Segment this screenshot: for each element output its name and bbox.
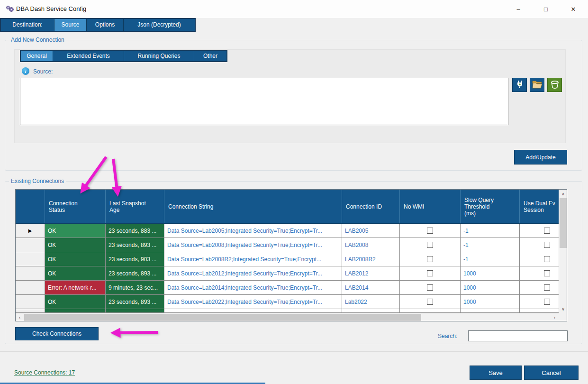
open-folder-button[interactable] [530, 78, 544, 92]
cell-connection-id[interactable]: LAB2008 [342, 238, 400, 252]
tab-extended-events[interactable]: Extended Events [53, 51, 124, 61]
row-selector[interactable]: ▶ [16, 224, 45, 238]
add-update-button[interactable]: Add/Update [514, 150, 567, 165]
use-dual-event-session-checkbox[interactable] [544, 256, 550, 262]
col-header-slow-query-threshold[interactable]: Slow Query Threshold (ms) [461, 190, 520, 223]
cancel-button[interactable]: Cancel [524, 366, 579, 380]
cell-last-snapshot-age[interactable]: 23 seconds, 893 ... [106, 238, 164, 252]
col-header-connection-id[interactable]: Connection ID [342, 190, 400, 223]
no-wmi-checkbox[interactable] [427, 270, 433, 276]
maximize-button[interactable]: □ [535, 0, 557, 18]
cell-no-wmi[interactable] [400, 281, 461, 295]
no-wmi-checkbox[interactable] [427, 256, 433, 262]
tab-source[interactable]: Source [54, 19, 87, 31]
cell-use-dual-event-session[interactable] [520, 238, 559, 252]
cell-last-snapshot-age[interactable]: 23 seconds, 893 ... [106, 266, 164, 281]
scroll-left-icon[interactable]: ‹ [16, 313, 24, 321]
cell-use-dual-event-session[interactable] [520, 266, 559, 281]
database-bucket-button[interactable] [547, 78, 562, 92]
check-connections-button[interactable]: Check Connections [15, 327, 99, 340]
cell-connection-string[interactable]: Data Source=Lab2008;Integrated Security=… [164, 238, 342, 252]
save-button[interactable]: Save [470, 366, 522, 380]
col-header-row-selector[interactable] [16, 190, 45, 223]
row-selector[interactable] [16, 252, 45, 266]
source-connections-link[interactable]: Source Connections: 17 [14, 369, 75, 376]
horizontal-scroll-thumb[interactable] [24, 314, 421, 321]
table-row[interactable]: OK 23 seconds, 893 ... Data Source=Lab20… [16, 238, 559, 252]
cell-connection-id[interactable]: LAB2012 [342, 266, 400, 281]
search-input[interactable] [468, 330, 568, 341]
cell-connection-status[interactable]: OK [45, 295, 106, 309]
col-header-no-wmi[interactable]: No WMI [400, 190, 461, 223]
table-row[interactable]: OK 23 seconds, 903 ... Data Source=Lab20… [16, 252, 559, 266]
cell-use-dual-event-session[interactable] [520, 224, 559, 238]
cell-no-wmi[interactable] [400, 224, 461, 238]
no-wmi-checkbox[interactable] [427, 284, 433, 291]
cell-connection-string[interactable]: Data Source=Lab2012;Integrated Security=… [164, 266, 342, 281]
minimize-button[interactable]: – [507, 0, 529, 18]
cell-slow-query-threshold[interactable]: 1000 [461, 295, 520, 309]
table-row[interactable]: OK 23 seconds, 893 ... Data Source=Lab20… [16, 295, 559, 309]
grid-horizontal-scrollbar[interactable]: ‹ › [16, 313, 559, 321]
tab-general[interactable]: General [21, 51, 53, 61]
source-input[interactable] [20, 78, 508, 125]
cell-connection-id[interactable]: LAB2014 [342, 281, 400, 295]
cell-last-snapshot-age[interactable]: 23 seconds, 903 ... [106, 252, 164, 266]
cell-connection-id[interactable]: Lab2022 [342, 295, 400, 309]
test-connection-button[interactable] [512, 78, 527, 92]
cell-no-wmi[interactable] [400, 238, 461, 252]
no-wmi-checkbox[interactable] [427, 228, 433, 234]
row-selector[interactable] [16, 238, 45, 252]
use-dual-event-session-checkbox[interactable] [544, 284, 550, 291]
grid-vertical-scrollbar[interactable]: ∧ ∨ [559, 190, 567, 313]
cell-last-snapshot-age[interactable]: 9 minutes, 23 sec... [106, 281, 164, 295]
cell-connection-id[interactable]: LAB2005 [342, 224, 400, 238]
table-row[interactable]: ▶ OK 23 seconds, 883 ... Data Source=Lab… [16, 224, 559, 238]
cell-connection-string[interactable]: Data Source=Lab2014;Integrated Security=… [164, 281, 342, 295]
col-header-use-dual-event-session[interactable]: Use Dual Ev Session [520, 190, 559, 223]
cell-connection-status[interactable]: OK [45, 252, 106, 266]
cell-slow-query-threshold[interactable]: 1000 [461, 266, 520, 281]
cell-connection-string[interactable]: Data Source=Lab2022;Integrated Security=… [164, 295, 342, 309]
use-dual-event-session-checkbox[interactable] [544, 270, 550, 276]
tab-other[interactable]: Other [194, 51, 226, 61]
no-wmi-checkbox[interactable] [427, 242, 433, 248]
scroll-up-icon[interactable]: ∧ [559, 190, 567, 198]
cell-slow-query-threshold[interactable]: -1 [461, 224, 520, 238]
table-row[interactable]: Error: A network-r... 9 minutes, 23 sec.… [16, 281, 559, 295]
scroll-down-icon[interactable]: ∨ [559, 305, 567, 313]
row-selector[interactable] [16, 266, 45, 281]
cell-connection-string[interactable]: Data Source=Lab2008R2;Integrated Securit… [164, 252, 342, 266]
cell-connection-string[interactable]: Data Source=Lab2005;Integrated Security=… [164, 224, 342, 238]
row-selector[interactable] [16, 281, 45, 295]
cell-use-dual-event-session[interactable] [520, 252, 559, 266]
scroll-right-icon[interactable]: › [551, 313, 559, 321]
table-row[interactable]: OK 23 seconds, 893 ... Data Source=Lab20… [16, 266, 559, 281]
cell-last-snapshot-age[interactable]: 23 seconds, 893 ... [106, 295, 164, 309]
cell-slow-query-threshold[interactable]: -1 [461, 252, 520, 266]
tab-destination[interactable]: Destination: [1, 19, 54, 31]
row-selector[interactable] [16, 295, 45, 309]
cell-no-wmi[interactable] [400, 252, 461, 266]
cell-connection-status[interactable]: Error: A network-r... [45, 281, 106, 295]
use-dual-event-session-checkbox[interactable] [544, 228, 550, 234]
table-row-partial[interactable] [16, 309, 559, 313]
vertical-scroll-thumb[interactable] [560, 198, 567, 248]
use-dual-event-session-checkbox[interactable] [544, 299, 550, 305]
tab-options[interactable]: Options [87, 19, 124, 31]
cell-connection-status[interactable]: OK [45, 266, 106, 281]
close-button[interactable]: ✕ [562, 0, 584, 18]
cell-use-dual-event-session[interactable] [520, 295, 559, 309]
cell-last-snapshot-age[interactable]: 23 seconds, 883 ... [106, 224, 164, 238]
cell-connection-status[interactable]: OK [45, 238, 106, 252]
cell-connection-status[interactable]: OK [45, 224, 106, 238]
col-header-connection-status[interactable]: Connection Status [45, 190, 106, 223]
cell-use-dual-event-session[interactable] [520, 281, 559, 295]
cell-connection-id[interactable]: LAB2008R2 [342, 252, 400, 266]
cell-slow-query-threshold[interactable]: -1 [461, 238, 520, 252]
cell-slow-query-threshold[interactable]: 1000 [461, 281, 520, 295]
tab-json-decrypted[interactable]: Json (Decrypted) [124, 19, 195, 31]
use-dual-event-session-checkbox[interactable] [544, 242, 550, 248]
no-wmi-checkbox[interactable] [427, 299, 433, 305]
col-header-last-snapshot-age[interactable]: Last Snapshot Age [106, 190, 164, 223]
